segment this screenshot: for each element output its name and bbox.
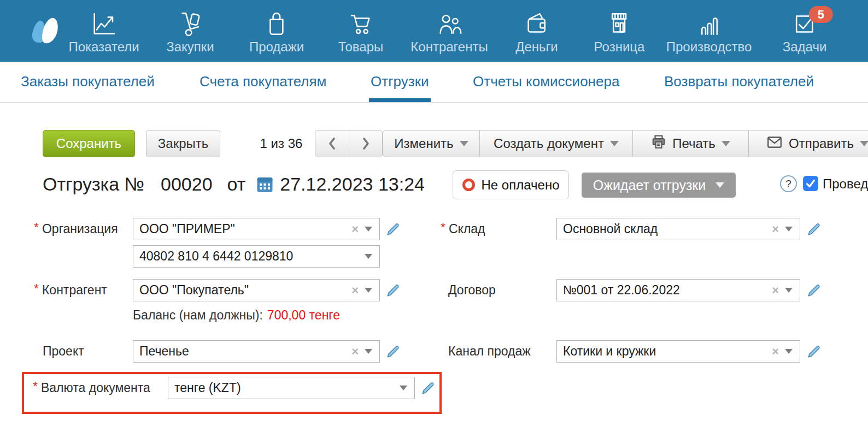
create-document-dropdown-button[interactable]: Создать документ: [480, 130, 633, 157]
people-icon: [435, 8, 464, 38]
caret-down-icon[interactable]: [365, 227, 372, 232]
document-actions: Изменить Создать документ Печать: [383, 130, 868, 157]
project-label: Проект: [43, 340, 84, 362]
document-number[interactable]: 00020: [161, 174, 213, 195]
caret-down-icon[interactable]: [785, 288, 793, 293]
bank-account-value: 40802 810 4 6442 0129810: [133, 249, 365, 264]
organization-value: ООО "ПРИМЕР": [133, 222, 351, 236]
calendar-icon[interactable]: [256, 175, 273, 193]
edit-pencil-icon[interactable]: [807, 222, 822, 236]
shopping-bag-icon: [263, 8, 290, 38]
counterparty-select[interactable]: ООО "Покупатель" ×: [133, 279, 380, 301]
edit-pencil-icon[interactable]: [807, 344, 822, 359]
save-button[interactable]: Сохранить: [43, 130, 135, 157]
document-title: Отгрузка № 00020 от 27.12.2023 13:24: [43, 170, 425, 198]
caret-down-icon: [860, 141, 868, 146]
clear-icon[interactable]: ×: [772, 283, 779, 298]
caret-down-icon[interactable]: [400, 386, 407, 390]
pager-position: 1 из 36: [253, 130, 310, 157]
clear-icon[interactable]: ×: [351, 283, 359, 298]
nav-item-label: Производство: [666, 39, 752, 55]
clear-icon[interactable]: ×: [772, 222, 779, 236]
nav-item-label: Деньги: [515, 39, 558, 55]
clear-icon[interactable]: ×: [351, 222, 359, 236]
sales-channel-select[interactable]: Котики и кружки ×: [556, 340, 800, 363]
caret-down-icon: [460, 141, 468, 146]
create-document-label: Создать документ: [494, 136, 604, 151]
tab-customer-orders[interactable]: Заказы покупателей: [21, 62, 155, 102]
currency-select[interactable]: тенге (KZT): [168, 377, 415, 399]
envelope-icon: [766, 135, 783, 152]
caret-down-icon: [722, 141, 730, 146]
shipment-status-label: Ожидает отгрузки: [593, 177, 706, 193]
organization-select[interactable]: ООО "ПРИМЕР" ×: [133, 218, 380, 240]
shipment-status-dropdown[interactable]: Ожидает отгрузки: [582, 173, 736, 198]
nav-item-products[interactable]: Товары: [338, 0, 384, 62]
wallet-icon: [523, 8, 550, 38]
edit-pencil-icon[interactable]: [386, 344, 401, 359]
shopping-cart-icon: [347, 8, 375, 38]
counterparty-value: ООО "Покупатель": [133, 283, 351, 298]
prev-record-button[interactable]: [315, 131, 349, 157]
warehouse-value: Основной склад: [557, 222, 772, 236]
tab-commission-reports[interactable]: Отчеты комиссионера: [473, 62, 619, 102]
nav-item-label: Закупки: [166, 39, 214, 55]
hand-truck-icon: [177, 8, 204, 38]
production-bars-icon: [695, 8, 723, 38]
caret-down-icon[interactable]: [365, 254, 372, 259]
send-dropdown-button[interactable]: Отправить: [749, 130, 868, 157]
caret-down-icon[interactable]: [365, 349, 372, 354]
required-marker: *: [441, 221, 445, 235]
required-marker: *: [33, 379, 38, 394]
clear-icon[interactable]: ×: [351, 345, 359, 359]
project-select[interactable]: Печенье ×: [133, 340, 380, 363]
currency-label: *Валюта документа: [33, 377, 150, 399]
moysklad-logo-icon[interactable]: [28, 14, 70, 48]
warehouse-select[interactable]: Основной склад ×: [556, 218, 800, 240]
print-label: Печать: [672, 136, 715, 151]
payment-status-badge[interactable]: Не оплачено: [453, 170, 569, 199]
chart-line-icon: [90, 8, 118, 38]
required-marker: *: [34, 221, 39, 235]
tab-customer-returns[interactable]: Возвраты покупателей: [664, 62, 814, 102]
print-dropdown-button[interactable]: Печать: [633, 130, 749, 157]
edit-pencil-icon[interactable]: [421, 381, 436, 395]
document-view: Сохранить Закрыть 1 из 36 Изменить Созда…: [0, 103, 868, 426]
contract-label: Договор: [448, 279, 496, 301]
nav-item-sales[interactable]: Продажи: [249, 0, 304, 62]
tab-shipments[interactable]: Отгрузки: [371, 62, 429, 102]
nav-item-label: Продажи: [249, 39, 304, 55]
caret-down-icon[interactable]: [785, 227, 793, 232]
sales-channel-label: Канал продаж: [448, 340, 531, 362]
close-button[interactable]: Закрыть: [146, 130, 220, 157]
approved-label: Проведено: [823, 176, 868, 192]
nav-item-tasks[interactable]: 5 Задачи: [783, 0, 827, 62]
nav-item-retail[interactable]: Розница: [594, 0, 645, 62]
currency-value: тенге (KZT): [168, 381, 400, 395]
nav-item-production[interactable]: Производство: [666, 0, 752, 62]
unpaid-ring-icon: [462, 179, 475, 191]
edit-pencil-icon[interactable]: [807, 283, 822, 298]
counterparty-label: *Контрагент: [34, 279, 107, 301]
approved-checkbox[interactable]: [803, 176, 818, 191]
edit-pencil-icon[interactable]: [386, 222, 401, 236]
storefront-icon: [606, 8, 633, 38]
payment-status-label: Не оплачено: [482, 177, 560, 193]
edit-dropdown-button[interactable]: Изменить: [383, 130, 480, 157]
caret-down-icon[interactable]: [785, 349, 793, 354]
edit-pencil-icon[interactable]: [386, 283, 401, 298]
bank-account-select[interactable]: 40802 810 4 6442 0129810: [133, 245, 380, 268]
help-icon[interactable]: ?: [780, 175, 797, 192]
nav-item-purchases[interactable]: Закупки: [166, 0, 214, 62]
clear-icon[interactable]: ×: [772, 345, 779, 359]
nav-item-label: Задачи: [783, 39, 827, 55]
contract-select[interactable]: №001 от 22.06.2022 ×: [556, 279, 800, 301]
nav-item-indicators[interactable]: Показатели: [68, 0, 139, 62]
caret-down-icon[interactable]: [365, 288, 372, 293]
next-record-button[interactable]: [349, 131, 382, 157]
balance-value: 700,00 тенге: [267, 308, 340, 322]
tab-customer-invoices[interactable]: Счета покупателям: [200, 62, 326, 102]
document-datetime[interactable]: 27.12.2023 13:24: [280, 174, 425, 195]
nav-item-counterparties[interactable]: Контрагенты: [410, 0, 488, 62]
nav-item-money[interactable]: Деньги: [515, 0, 558, 62]
